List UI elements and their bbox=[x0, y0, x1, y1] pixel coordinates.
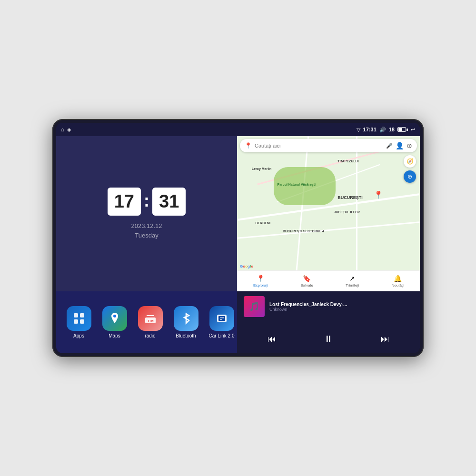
status-left: ⌂ ◈ bbox=[61, 127, 71, 133]
music-controls: ⏮ ⏸ ⏭ bbox=[244, 330, 413, 348]
svg-rect-10 bbox=[220, 319, 222, 320]
car-head-unit: ⌂ ◈ ▽ 17:31 🔊 18 ↩ 17 : bbox=[52, 119, 424, 357]
svg-rect-8 bbox=[218, 316, 225, 321]
app-icon-apps[interactable]: Apps bbox=[63, 306, 94, 338]
send-icon: ↗ bbox=[349, 275, 355, 282]
bucuresti-label: BUCUREȘTI bbox=[337, 195, 363, 200]
music-player: 🎵 Lost Frequencies_Janieck Devy-... Unkn… bbox=[237, 291, 420, 353]
music-album-art: 🎵 bbox=[244, 296, 265, 317]
leroy-label: Leroy Merlin bbox=[252, 167, 272, 170]
trapezului-label: TRAPEZULUI bbox=[337, 159, 358, 163]
device-screen: ⌂ ◈ ▽ 17:31 🔊 18 ↩ 17 : bbox=[56, 123, 420, 353]
map-nav-explore[interactable]: 📍 Explorați bbox=[253, 275, 268, 288]
map-bottom-bar: 📍 Explorați 🔖 Salvate ↗ Trimiteți 🔔 bbox=[237, 270, 420, 291]
music-info: 🎵 Lost Frequencies_Janieck Devy-... Unkn… bbox=[244, 296, 413, 317]
judet-label: JUDEȚUL ILFOV bbox=[334, 210, 360, 214]
prev-track-button[interactable]: ⏮ bbox=[263, 332, 281, 346]
maps-logo-icon: 📍 bbox=[245, 142, 252, 149]
apps-label: Apps bbox=[73, 333, 84, 338]
music-artist: Unknown bbox=[269, 307, 413, 312]
apps-icon-img bbox=[67, 306, 91, 331]
sector-label: BUCUREȘTI SECTORUL 4 bbox=[283, 229, 324, 233]
clock-widget: 17 : 31 2023.12.12 Tuesday bbox=[56, 136, 237, 291]
map-compass[interactable]: 🧭 bbox=[404, 155, 416, 168]
more-options-icon[interactable]: ⊕ bbox=[407, 142, 412, 149]
map-nav-news[interactable]: 🔔 Noutăți bbox=[392, 275, 404, 288]
battery-level: 18 bbox=[389, 127, 395, 132]
gps-signal-icon: ▽ bbox=[357, 127, 360, 133]
play-pause-button[interactable]: ⏸ bbox=[319, 332, 338, 347]
app-icon-maps[interactable]: Maps bbox=[99, 306, 130, 338]
maps-icon-img bbox=[102, 306, 127, 331]
map-road bbox=[294, 136, 309, 291]
svg-rect-2 bbox=[74, 319, 78, 324]
google-logo: Google bbox=[240, 264, 253, 268]
news-icon: 🔔 bbox=[394, 275, 402, 282]
map-park bbox=[274, 167, 336, 205]
back-icon[interactable]: ↩ bbox=[411, 127, 415, 133]
status-right: ▽ 17:31 🔊 18 ↩ bbox=[357, 127, 415, 133]
music-thumbnail: 🎵 bbox=[244, 296, 265, 317]
map-canvas: Parcul Natural Văcărești BERCENI TRAPEZU… bbox=[237, 136, 420, 291]
map-nav-send[interactable]: ↗ Trimiteți bbox=[346, 275, 359, 288]
volume-icon[interactable]: 🔊 bbox=[379, 127, 386, 133]
apps-row: Apps Maps FM bbox=[56, 291, 237, 353]
news-label: Noutăți bbox=[392, 283, 404, 288]
battery-icon bbox=[397, 127, 408, 132]
map-widget[interactable]: Parcul Natural Văcărești BERCENI TRAPEZU… bbox=[237, 136, 420, 291]
carlink-icon-img bbox=[209, 306, 234, 331]
user-avatar-icon[interactable]: 👤 bbox=[396, 142, 404, 149]
clock-minute: 31 bbox=[152, 188, 186, 216]
explore-icon: 📍 bbox=[257, 275, 265, 282]
saved-icon: 🔖 bbox=[303, 275, 311, 282]
svg-rect-3 bbox=[80, 319, 84, 324]
music-details: Lost Frequencies_Janieck Devy-... Unknow… bbox=[269, 302, 413, 312]
svg-rect-1 bbox=[80, 313, 84, 317]
svg-point-4 bbox=[113, 315, 116, 317]
status-time: 17:31 bbox=[363, 127, 377, 132]
maps-label: Maps bbox=[109, 333, 120, 338]
radio-label: radio bbox=[145, 333, 155, 338]
berceni-label: BERCENI bbox=[255, 221, 270, 225]
radio-icon-img: FM bbox=[138, 306, 163, 331]
map-my-location-button[interactable]: ⊕ bbox=[404, 170, 416, 183]
map-pin: 📍 bbox=[374, 190, 383, 199]
bluetooth-icon-img bbox=[174, 306, 198, 331]
status-bar: ⌂ ◈ ▽ 17:31 🔊 18 ↩ bbox=[56, 123, 420, 136]
map-search-bar[interactable]: 📍 Căutați aici 🎤 👤 ⊕ bbox=[240, 139, 417, 152]
app-icon-radio[interactable]: FM radio bbox=[135, 306, 166, 338]
svg-text:FM: FM bbox=[148, 319, 154, 323]
map-search-input[interactable]: Căutați aici bbox=[255, 143, 383, 149]
send-label: Trimiteți bbox=[346, 283, 359, 288]
svg-rect-9 bbox=[220, 317, 224, 318]
app-icon-bluetooth[interactable]: Bluetooth bbox=[170, 306, 201, 338]
main-content: 17 : 31 2023.12.12 Tuesday bbox=[56, 136, 420, 353]
location-pin-icon[interactable]: ◈ bbox=[67, 127, 71, 133]
clock-hour: 17 bbox=[108, 188, 141, 216]
saved-label: Salvate bbox=[300, 283, 313, 288]
mic-icon[interactable]: 🎤 bbox=[386, 143, 393, 149]
music-title: Lost Frequencies_Janieck Devy-... bbox=[269, 302, 413, 307]
clock-date: 2023.12.12 Tuesday bbox=[131, 221, 162, 240]
bluetooth-label: Bluetooth bbox=[176, 333, 196, 338]
map-nav-saved[interactable]: 🔖 Salvate bbox=[300, 275, 313, 288]
clock-colon: : bbox=[144, 191, 149, 211]
next-track-button[interactable]: ⏭ bbox=[376, 332, 394, 346]
app-icon-carlink[interactable]: Car Link 2.0 bbox=[206, 306, 237, 338]
svg-rect-0 bbox=[74, 313, 78, 317]
carlink-label: Car Link 2.0 bbox=[209, 333, 235, 338]
explore-label: Explorați bbox=[253, 283, 268, 288]
clock-display: 17 : 31 bbox=[108, 188, 186, 216]
park-label: Parcul Natural Văcărești bbox=[277, 183, 316, 186]
home-icon[interactable]: ⌂ bbox=[61, 127, 64, 132]
